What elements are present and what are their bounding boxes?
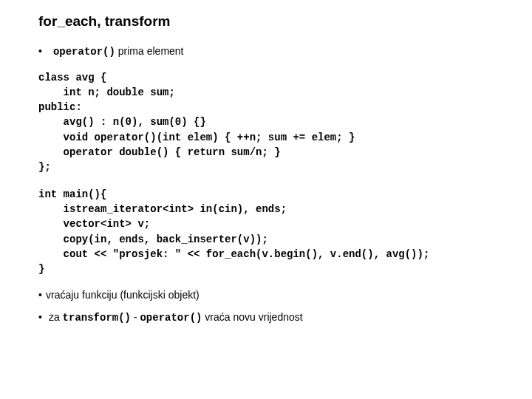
bullet-transform-after: vraća novu vrijednost (202, 311, 302, 323)
bullet-operator: operator() prima element (50, 44, 502, 60)
bullet-operator-text: prima element (115, 45, 184, 57)
slide: for_each, transform operator() prima ele… (0, 0, 532, 399)
bullet-transform: za transform() - operator() vraća novu v… (46, 310, 502, 326)
bullet-transform-before: za (49, 311, 63, 323)
code-inline-operator2: operator() (140, 312, 202, 324)
code-block-main: int main(){ istream_iterator<int> in(cin… (38, 187, 502, 277)
bullet-transform-mid: - (131, 311, 140, 323)
bullet-return: vraćaju funkciju (funkcijski objekt) (46, 288, 502, 303)
code-block-class: class avg { int n; double sum; public: a… (38, 70, 502, 175)
code-inline-transform: transform() (63, 312, 131, 324)
code-inline-operator: operator() (53, 46, 115, 58)
slide-title: for_each, transform (38, 13, 502, 30)
